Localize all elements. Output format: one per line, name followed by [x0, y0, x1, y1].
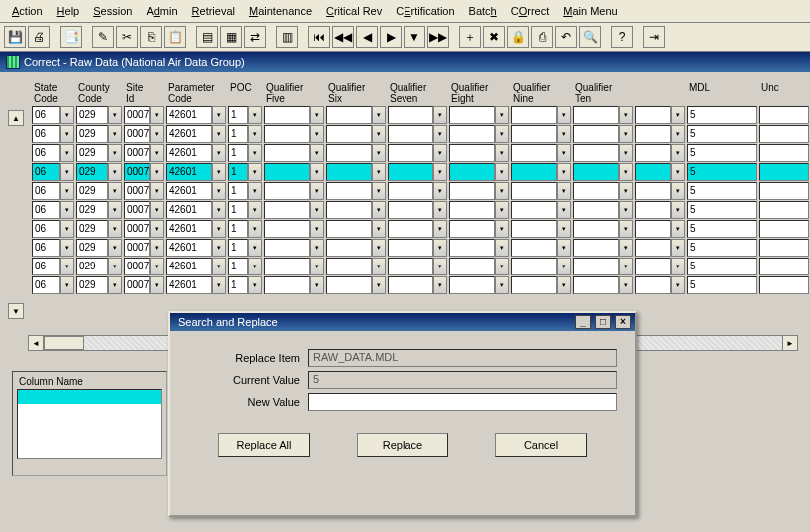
- cell-q6[interactable]: ▾: [326, 276, 386, 294]
- cell-input-q9[interactable]: [511, 258, 557, 275]
- cell-input-gap[interactable]: [635, 182, 671, 200]
- cell-q7[interactable]: ▾: [388, 239, 447, 257]
- cell-dropdown-q5[interactable]: ▾: [310, 220, 324, 238]
- cell-mdl[interactable]: 5: [687, 182, 757, 200]
- cell-q6[interactable]: ▾: [326, 163, 386, 181]
- cell-dropdown-q9[interactable]: ▾: [557, 182, 571, 200]
- column-name-list[interactable]: [17, 389, 162, 459]
- cell-dropdown-county[interactable]: ▾: [108, 125, 122, 143]
- cell-input-unc[interactable]: [759, 239, 809, 257]
- cell-dropdown-q5[interactable]: ▾: [310, 276, 324, 294]
- cell-input-q8[interactable]: [449, 239, 495, 257]
- cell-input-q7[interactable]: [388, 201, 433, 219]
- cell-dropdown-county[interactable]: ▾: [108, 220, 122, 238]
- cell-dropdown-q7[interactable]: ▾: [433, 106, 447, 124]
- cell-dropdown-state[interactable]: ▾: [60, 258, 74, 275]
- cell-county[interactable]: 029▾: [76, 276, 122, 294]
- cell-input-poc[interactable]: 1: [228, 182, 248, 200]
- cell-q7[interactable]: ▾: [388, 258, 447, 275]
- cell-unc[interactable]: [759, 239, 809, 257]
- cell-input-q5[interactable]: [264, 144, 310, 162]
- cell-dropdown-q7[interactable]: ▾: [433, 163, 447, 181]
- cell-dropdown-q9[interactable]: ▾: [557, 220, 571, 238]
- cell-dropdown-param[interactable]: ▾: [212, 276, 226, 294]
- cell-dropdown-q9[interactable]: ▾: [557, 201, 571, 219]
- cell-dropdown-q10[interactable]: ▾: [619, 276, 633, 294]
- delete-icon[interactable]: ✖: [483, 26, 505, 48]
- cell-dropdown-q7[interactable]: ▾: [433, 276, 447, 294]
- cell-input-q6[interactable]: [326, 276, 372, 294]
- cell-input-unc[interactable]: [759, 276, 809, 294]
- back-icon[interactable]: ◀: [356, 26, 378, 48]
- cell-input-county[interactable]: 029: [76, 144, 108, 162]
- cell-input-state[interactable]: 06: [32, 201, 60, 219]
- cell-input-county[interactable]: 029: [76, 276, 108, 294]
- cell-input-gap[interactable]: [635, 239, 671, 257]
- cell-state[interactable]: 06▾: [32, 182, 74, 200]
- cell-q6[interactable]: ▾: [326, 258, 386, 275]
- cell-dropdown-poc[interactable]: ▾: [248, 201, 262, 219]
- cell-input-q9[interactable]: [511, 144, 557, 162]
- cell-input-county[interactable]: 029: [76, 239, 108, 257]
- cell-input-state[interactable]: 06: [32, 163, 60, 181]
- cell-county[interactable]: 029▾: [76, 163, 122, 181]
- cell-dropdown-gap[interactable]: ▾: [671, 125, 685, 143]
- cell-dropdown-state[interactable]: ▾: [60, 125, 74, 143]
- cell-q5[interactable]: ▾: [264, 144, 324, 162]
- cell-site[interactable]: 0007▾: [124, 144, 164, 162]
- cell-dropdown-q5[interactable]: ▾: [310, 125, 324, 143]
- cancel-button[interactable]: Cancel: [495, 433, 587, 457]
- cell-input-q10[interactable]: [573, 163, 619, 181]
- cell-dropdown-q8[interactable]: ▾: [495, 220, 509, 238]
- cell-input-q7[interactable]: [388, 239, 433, 257]
- cell-dropdown-q10[interactable]: ▾: [619, 201, 633, 219]
- cell-q7[interactable]: ▾: [388, 201, 447, 219]
- table-row[interactable]: 06▾029▾0007▾42601▾1▾▾▾▾▾▾▾▾5: [10, 125, 804, 143]
- cell-input-mdl[interactable]: 5: [687, 201, 757, 219]
- cell-poc[interactable]: 1▾: [228, 182, 262, 200]
- cell-dropdown-param[interactable]: ▾: [212, 258, 226, 275]
- menu-session[interactable]: Session: [87, 3, 138, 19]
- cell-state[interactable]: 06▾: [32, 163, 74, 181]
- menu-retrieval[interactable]: Retrieval: [186, 3, 241, 19]
- cell-param[interactable]: 42601▾: [166, 106, 226, 124]
- cell-dropdown-q8[interactable]: ▾: [495, 125, 509, 143]
- cell-q8[interactable]: ▾: [449, 220, 509, 238]
- cell-county[interactable]: 029▾: [76, 258, 122, 275]
- rec-icon[interactable]: ⎙: [531, 26, 553, 48]
- cell-input-site[interactable]: 0007: [124, 239, 150, 257]
- cell-input-q8[interactable]: [449, 276, 495, 294]
- table-row[interactable]: 06▾029▾0007▾42601▾1▾▾▾▾▾▾▾▾5: [10, 220, 804, 238]
- menu-main-menu[interactable]: Main Menu: [557, 3, 623, 19]
- cell-dropdown-q9[interactable]: ▾: [557, 163, 571, 181]
- hscroll-left[interactable]: ◄: [28, 335, 44, 351]
- menu-action[interactable]: Action: [6, 3, 49, 19]
- cell-input-q10[interactable]: [573, 144, 619, 162]
- cell-input-site[interactable]: 0007: [124, 125, 150, 143]
- cell-state[interactable]: 06▾: [32, 106, 74, 124]
- cell-dropdown-q10[interactable]: ▾: [619, 125, 633, 143]
- cell-dropdown-q9[interactable]: ▾: [557, 144, 571, 162]
- cell-param[interactable]: 42601▾: [166, 220, 226, 238]
- cell-dropdown-q9[interactable]: ▾: [557, 276, 571, 294]
- cell-q6[interactable]: ▾: [326, 106, 386, 124]
- cell-param[interactable]: 42601▾: [166, 258, 226, 275]
- cell-dropdown-q5[interactable]: ▾: [310, 182, 324, 200]
- cell-input-q6[interactable]: [326, 144, 372, 162]
- cell-dropdown-q9[interactable]: ▾: [557, 258, 571, 275]
- cell-q10[interactable]: ▾: [573, 144, 633, 162]
- cell-dropdown-poc[interactable]: ▾: [248, 106, 262, 124]
- table-row[interactable]: 06▾029▾0007▾42601▾1▾▾▾▾▾▾▾▾5: [10, 201, 804, 219]
- cell-input-param[interactable]: 42601: [166, 239, 212, 257]
- cell-input-q9[interactable]: [511, 182, 557, 200]
- cell-gap[interactable]: ▾: [635, 106, 685, 124]
- cell-input-q6[interactable]: [326, 201, 372, 219]
- cell-q6[interactable]: ▾: [326, 125, 386, 143]
- cell-gap[interactable]: ▾: [635, 239, 685, 257]
- cell-input-county[interactable]: 029: [76, 106, 108, 124]
- cell-input-state[interactable]: 06: [32, 258, 60, 275]
- cell-input-q9[interactable]: [511, 125, 557, 143]
- save-icon[interactable]: 💾: [4, 26, 26, 48]
- cell-unc[interactable]: [759, 276, 809, 294]
- cell-input-gap[interactable]: [635, 163, 671, 181]
